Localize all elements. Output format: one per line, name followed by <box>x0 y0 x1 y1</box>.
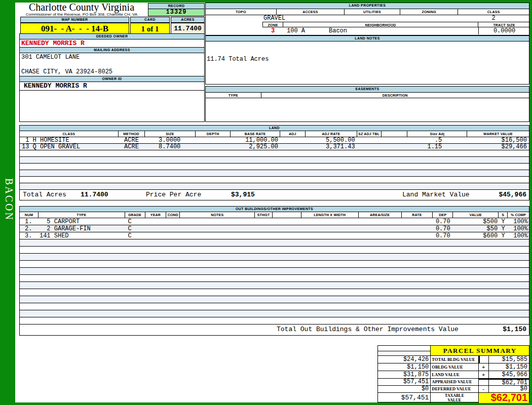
out-buildings-title: OUT BUILDINGS/OTHER IMPROVEMENTS <box>20 207 529 212</box>
sidebar-vertical-label: BACON <box>3 178 15 221</box>
ob-row-empty <box>20 268 529 275</box>
record-value: 13329 <box>148 9 205 16</box>
col-ob-pct-comp: % COMP <box>508 212 529 218</box>
ob-row-empty <box>20 239 529 247</box>
ob-row-empty <box>20 296 529 303</box>
ob-row-empty <box>20 275 529 282</box>
ps-value: $62,701 <box>489 379 529 386</box>
ob-row-empty <box>20 261 529 268</box>
taxable-row: $57,451 TAXABLE VALUE $62,701 <box>378 393 529 403</box>
col-land-size: SIZE <box>145 131 196 137</box>
map-number-label: MAP NUMBER <box>20 17 129 23</box>
land-row-empty <box>20 157 529 164</box>
ps-label: TOTAL BLDG VALUE <box>431 356 478 363</box>
ps-label: APPRAISED VALUE <box>431 379 478 386</box>
land-market-value: $16,500 <box>467 137 529 143</box>
neighborhood-name: Bacon <box>329 27 347 34</box>
ob-s: Y <box>499 232 508 239</box>
ps-operator: - <box>479 386 489 393</box>
col-utilities: UTILITIES <box>345 9 400 15</box>
ob-pct-comp: 100% <box>508 218 529 225</box>
ob-value: $500 <box>453 218 499 225</box>
land-row-empty <box>20 150 529 157</box>
col-land-size-adj: Size Adj <box>407 131 467 137</box>
land-row: 13 Q OPEN GRAVEL ACRE 8.7400 2,925.00 3,… <box>20 144 529 150</box>
col-ob-s: S <box>499 212 508 218</box>
ob-type: 2 GARAGE-FIN <box>39 225 125 232</box>
ob-row-empty <box>20 254 529 261</box>
tract-size-value: 0.0000 <box>478 27 530 34</box>
owner-id-value: KENNEDY MORRIS R <box>20 82 204 91</box>
ps-operator: + <box>479 363 489 371</box>
col-ob-grade: GRADE <box>125 212 145 218</box>
easements-title: EASEMENTS <box>206 87 529 93</box>
ps-value: $15,585 <box>489 356 529 363</box>
ob-num: 2. <box>20 225 39 232</box>
zone-value: 3 <box>262 27 283 34</box>
col-land-adj-rate: ADJ RATE <box>306 131 357 137</box>
col-ob-value: VALUE <box>453 212 499 218</box>
property-record-card: Charlotte County Virginia Commissioner o… <box>15 3 529 402</box>
land-class: 1 H HOMESITE <box>20 137 119 143</box>
ob-dep: 0.70 <box>433 225 453 232</box>
col-ob-spacer <box>273 212 301 218</box>
col-ob-cond: COND <box>166 212 180 218</box>
tract-size-label: TRACT SIZE <box>478 22 530 27</box>
owner-section: DEEDED OWNER KENNEDY MORRIS R MAILING AD… <box>19 33 205 122</box>
parcel-summary-row: $24,426 TOTAL BLDG VALUE $15,585 <box>378 356 529 363</box>
col-zoning: ZONING <box>400 9 459 15</box>
land-section: LAND CLASS METHOD SIZE DEPTH BASE RATE A… <box>19 125 529 200</box>
ob-grade: C <box>125 232 145 239</box>
land-notes-title: LAND NOTES <box>205 35 529 42</box>
ob-row-empty <box>20 289 529 296</box>
col-land-market-value: MARKET VALUE <box>467 131 529 137</box>
out-buildings-total-value: $1,150 <box>503 325 526 335</box>
ps-operator: + <box>479 371 489 379</box>
ps-operator <box>479 379 489 386</box>
ps-value: $45,966 <box>489 371 529 379</box>
ps-value: $1,150 <box>489 363 529 371</box>
county-header: Charlotte County Virginia Commissioner o… <box>15 3 148 17</box>
parcel-summary-title: PARCEL SUMMARY <box>431 346 529 356</box>
land-market-value: $29,466 <box>467 144 529 150</box>
col-land-base-rate: BASE RATE <box>231 131 280 137</box>
ob-row-empty <box>20 317 529 325</box>
land-sz-adj-tbl <box>357 137 382 143</box>
address-line2: CHASE CITY, VA 23924-8025 <box>21 68 112 75</box>
ps-label: OBLDG VALUE <box>431 363 478 371</box>
col-easement-type: TYPE <box>206 93 261 98</box>
address-line1: 301 CAMELOT LANE <box>21 54 80 61</box>
land-size: 3.0000 <box>144 137 196 143</box>
out-building-row: 3. 141 SHED C 0.70 $600 Y 100% <box>20 232 529 239</box>
taxable-label: TAXABLE VALUE <box>444 393 465 402</box>
land-depth <box>196 144 231 150</box>
ps-prior-value: $1,150 <box>378 363 431 371</box>
out-building-row: 2. 2 GARAGE-FIN C 0.70 $50 Y 100% <box>20 225 529 232</box>
deeded-owner-value: KENNEDY MORRIS R <box>20 39 204 48</box>
ps-prior-value: $31,875 <box>378 371 431 379</box>
land-method: ACRE <box>119 144 145 150</box>
out-building-row: 1. 5 CARPORT C 0.70 $500 Y 100% <box>20 218 529 225</box>
land-title: LAND <box>20 126 529 131</box>
ob-row-empty <box>20 310 529 317</box>
class-value: 2 <box>458 15 529 22</box>
out-buildings-total-label: Total Out Buildings & Other Improvements… <box>277 325 459 335</box>
parcel-summary-row: $1,150 OBLDG VALUE + $1,150 <box>378 363 529 371</box>
ps-label: DEFERRED VALUE <box>431 386 478 393</box>
neighborhood-label: NEIGHBORHOOD <box>283 22 478 27</box>
land-base-rate: 2,925.00 <box>231 144 280 150</box>
land-row-empty <box>20 170 529 177</box>
parcel-summary-row: $31,875 LAND VALUE + $45,966 <box>378 371 529 379</box>
ps-prior-value: $24,426 <box>378 356 431 363</box>
col-access: ACCESS <box>277 9 345 15</box>
ob-row-empty <box>20 303 529 310</box>
ob-row-empty <box>20 282 529 289</box>
land-spacer <box>382 144 408 150</box>
col-easement-description: DESCRIPTION <box>261 93 529 98</box>
land-row: 1 H HOMESITE ACRE 3.0000 11,000.00 5,500… <box>20 137 529 144</box>
land-adj-rate: 5,500.00 <box>306 137 357 143</box>
taxable-value: $62,701 <box>479 393 529 403</box>
col-ob-year: YEAR <box>145 212 167 218</box>
ps-operator <box>479 356 489 363</box>
ob-dep: 0.70 <box>433 232 453 239</box>
